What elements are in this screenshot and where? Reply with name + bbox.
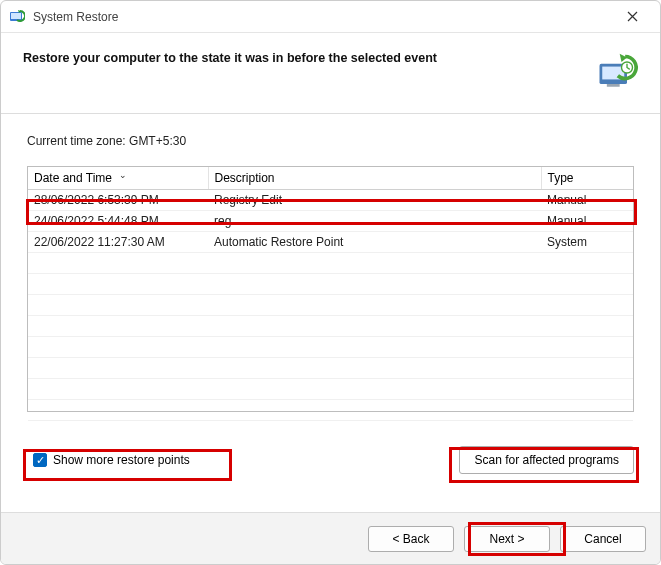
table-header-row[interactable]: Date and Time ⌄ Description Type [28,167,633,190]
sort-caret-icon: ⌄ [119,170,127,180]
titlebar: System Restore [1,1,660,33]
col-header-datetime-label: Date and Time [34,171,112,185]
cell-type: System [541,232,633,253]
table-row-empty: . [28,379,633,400]
cell-datetime: 28/06/2022 6:53:39 PM [28,190,208,211]
cell-type: Manual [541,190,633,211]
page-title: Restore your computer to the state it wa… [23,51,594,65]
cell-description: Automatic Restore Point [208,232,541,253]
table-row-empty: . [28,358,633,379]
col-header-description[interactable]: Description [208,167,541,190]
content-area: Current time zone: GMT+5:30 Date and Tim… [1,114,660,474]
table-row[interactable]: 28/06/2022 6:53:39 PM Registry Edit Manu… [28,190,633,211]
timezone-label: Current time zone: GMT+5:30 [27,134,634,148]
svg-rect-4 [607,84,620,87]
show-more-checkbox[interactable]: ✓ Show more restore points [27,449,196,471]
cell-description: Registry Edit [208,190,541,211]
table-row[interactable]: 22/06/2022 11:27:30 AM Automatic Restore… [28,232,633,253]
cell-description: reg [208,211,541,232]
restore-hero-icon [594,51,638,95]
cell-datetime: 24/06/2022 5:44:48 PM [28,211,208,232]
table-row-empty: . [28,295,633,316]
back-button[interactable]: < Back [368,526,454,552]
cell-type: Manual [541,211,633,232]
restore-points-table[interactable]: Date and Time ⌄ Description Type 28/06/2… [27,166,634,412]
scan-affected-button[interactable]: Scan for affected programs [459,446,634,474]
table-row-empty: . [28,316,633,337]
col-header-datetime[interactable]: Date and Time ⌄ [28,167,208,190]
table-row-empty: . [28,253,633,274]
window-title: System Restore [33,10,118,24]
footer: < Back Next > Cancel [1,512,660,564]
cancel-button[interactable]: Cancel [560,526,646,552]
below-grid-row: ✓ Show more restore points Scan for affe… [27,446,634,474]
header: Restore your computer to the state it wa… [1,33,660,113]
system-restore-icon [9,9,25,25]
cell-datetime: 22/06/2022 11:27:30 AM [28,232,208,253]
svg-rect-1 [11,13,21,19]
table-row-empty: . [28,337,633,358]
checkmark-icon: ✓ [33,453,47,467]
table-row-empty: . [28,400,633,421]
col-header-type[interactable]: Type [541,167,633,190]
table-row[interactable]: 24/06/2022 5:44:48 PM reg Manual [28,211,633,232]
close-button[interactable] [612,3,652,31]
table-row-empty: . [28,274,633,295]
show-more-label: Show more restore points [53,453,190,467]
next-button[interactable]: Next > [464,526,550,552]
